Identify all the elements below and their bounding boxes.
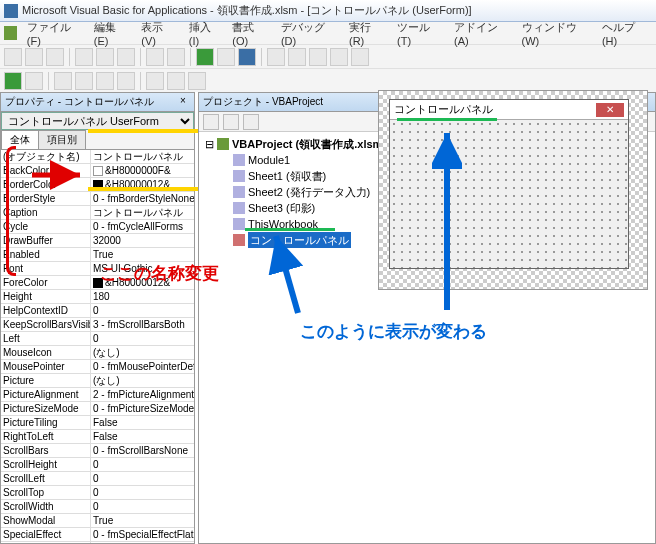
menu-run[interactable]: 実行(R): [343, 18, 389, 49]
property-value[interactable]: False: [91, 416, 194, 429]
property-value[interactable]: 3 - fmScrollBarsBoth: [91, 318, 194, 331]
tbtn[interactable]: [4, 72, 22, 90]
tbtn[interactable]: [117, 48, 135, 66]
property-row[interactable]: StartUpPosition1 - オーナー フォームの中央: [1, 542, 194, 543]
tbtn[interactable]: [75, 72, 93, 90]
tbtn-run[interactable]: [196, 48, 214, 66]
property-row[interactable]: HelpContextID0: [1, 304, 194, 318]
object-selector[interactable]: コントロールパネル UserForm: [1, 112, 194, 130]
property-row[interactable]: MousePointer0 - fmMousePointerDefault: [1, 360, 194, 374]
tbtn[interactable]: [146, 72, 164, 90]
userform[interactable]: コントロールパネル ✕: [389, 99, 629, 269]
property-row[interactable]: ScrollWidth0: [1, 500, 194, 514]
close-icon[interactable]: ×: [176, 95, 190, 109]
property-value[interactable]: True: [91, 248, 194, 261]
property-row[interactable]: KeepScrollBarsVisible3 - fmScrollBarsBot…: [1, 318, 194, 332]
property-row[interactable]: ScrollLeft0: [1, 472, 194, 486]
property-value[interactable]: 0 - fmBorderStyleNone: [91, 192, 194, 205]
property-value[interactable]: コントロールパネル: [91, 150, 194, 163]
tbtn-stop[interactable]: [238, 48, 256, 66]
property-value[interactable]: 180: [91, 290, 194, 303]
property-value[interactable]: 32000: [91, 234, 194, 247]
property-row[interactable]: EnabledTrue: [1, 248, 194, 262]
property-value[interactable]: True: [91, 514, 194, 527]
tbtn[interactable]: [25, 48, 43, 66]
property-row[interactable]: ScrollTop0: [1, 486, 194, 500]
tbtn[interactable]: [96, 48, 114, 66]
tbtn[interactable]: [330, 48, 348, 66]
property-value[interactable]: 0 - fmPictureSizeModeClip: [91, 402, 194, 415]
property-value[interactable]: &H8000000F&: [91, 164, 194, 177]
menu-window[interactable]: ウィンドウ(W): [516, 18, 594, 49]
property-row[interactable]: Height180: [1, 290, 194, 304]
property-value[interactable]: 0: [91, 304, 194, 317]
property-value[interactable]: 0: [91, 486, 194, 499]
property-row[interactable]: (オブジェクト名)コントロールパネル: [1, 150, 194, 164]
form-designer[interactable]: コントロールパネル ✕: [378, 90, 648, 290]
tbtn[interactable]: [351, 48, 369, 66]
menu-addins[interactable]: アドイン(A): [448, 18, 514, 49]
property-row[interactable]: MouseIcon(なし): [1, 346, 194, 360]
tbtn[interactable]: [167, 72, 185, 90]
property-value[interactable]: 1 - オーナー フォームの中央: [91, 542, 194, 543]
property-value[interactable]: 2 - fmPictureAlignmentCenter: [91, 388, 194, 401]
property-row[interactable]: ShowModalTrue: [1, 514, 194, 528]
property-row[interactable]: Cycle0 - fmCycleAllForms: [1, 220, 194, 234]
property-value[interactable]: 0: [91, 458, 194, 471]
menu-tools[interactable]: ツール(T): [391, 18, 446, 49]
property-value[interactable]: 0 - fmScrollBarsNone: [91, 444, 194, 457]
tab-categorized[interactable]: 項目別: [38, 130, 86, 149]
expand-icon[interactable]: ⊟: [205, 136, 214, 152]
property-value[interactable]: (なし): [91, 346, 194, 359]
tbtn[interactable]: [167, 48, 185, 66]
tbtn[interactable]: [4, 48, 22, 66]
property-value[interactable]: 0 - fmSpecialEffectFlat: [91, 528, 194, 541]
property-grid[interactable]: (オブジェクト名)コントロールパネルBackColor&H8000000F&Bo…: [1, 150, 194, 543]
menu-file[interactable]: ファイル(F): [21, 18, 86, 49]
property-row[interactable]: Picture(なし): [1, 374, 194, 388]
property-row[interactable]: PictureSizeMode0 - fmPictureSizeModeClip: [1, 402, 194, 416]
tbtn[interactable]: [25, 72, 43, 90]
property-row[interactable]: BorderStyle0 - fmBorderStyleNone: [1, 192, 194, 206]
tbtn-pause[interactable]: [217, 48, 235, 66]
tbtn[interactable]: [267, 48, 285, 66]
property-value[interactable]: 0: [91, 332, 194, 345]
property-row[interactable]: DrawBuffer32000: [1, 234, 194, 248]
property-row[interactable]: PictureTilingFalse: [1, 416, 194, 430]
tbtn[interactable]: [54, 72, 72, 90]
tbtn[interactable]: [46, 48, 64, 66]
userform-body[interactable]: [390, 120, 628, 268]
menu-view[interactable]: 表示(V): [135, 18, 180, 49]
tbtn[interactable]: [188, 72, 206, 90]
menu-edit[interactable]: 編集(E): [88, 18, 133, 49]
property-value[interactable]: 0: [91, 472, 194, 485]
property-value[interactable]: 0 - fmCycleAllForms: [91, 220, 194, 233]
property-row[interactable]: SpecialEffect0 - fmSpecialEffectFlat: [1, 528, 194, 542]
property-value[interactable]: False: [91, 430, 194, 443]
tbtn[interactable]: [146, 48, 164, 66]
userform-titlebar[interactable]: コントロールパネル ✕: [390, 100, 628, 120]
menu-help[interactable]: ヘルプ(H): [596, 18, 652, 49]
menu-debug[interactable]: デバッグ(D): [275, 18, 341, 49]
tbtn[interactable]: [288, 48, 306, 66]
view-code-icon[interactable]: [203, 114, 219, 130]
tbtn[interactable]: [75, 48, 93, 66]
folder-toggle-icon[interactable]: [243, 114, 259, 130]
property-row[interactable]: ScrollHeight0: [1, 458, 194, 472]
property-row[interactable]: RightToLeftFalse: [1, 430, 194, 444]
view-object-icon[interactable]: [223, 114, 239, 130]
tbtn[interactable]: [96, 72, 114, 90]
menu-insert[interactable]: 挿入(I): [183, 18, 225, 49]
property-row[interactable]: PictureAlignment2 - fmPictureAlignmentCe…: [1, 388, 194, 402]
tbtn[interactable]: [309, 48, 327, 66]
close-icon[interactable]: ✕: [596, 103, 624, 117]
property-row[interactable]: ScrollBars0 - fmScrollBarsNone: [1, 444, 194, 458]
tbtn[interactable]: [117, 72, 135, 90]
property-row[interactable]: Captionコントロールパネル: [1, 206, 194, 220]
menu-format[interactable]: 書式(O): [226, 18, 273, 49]
property-value[interactable]: 0: [91, 500, 194, 513]
property-value[interactable]: 0 - fmMousePointerDefault: [91, 360, 194, 373]
property-value[interactable]: コントロールパネル: [91, 206, 194, 219]
tab-alphabetic[interactable]: 全体: [1, 130, 39, 149]
property-value[interactable]: (なし): [91, 374, 194, 387]
